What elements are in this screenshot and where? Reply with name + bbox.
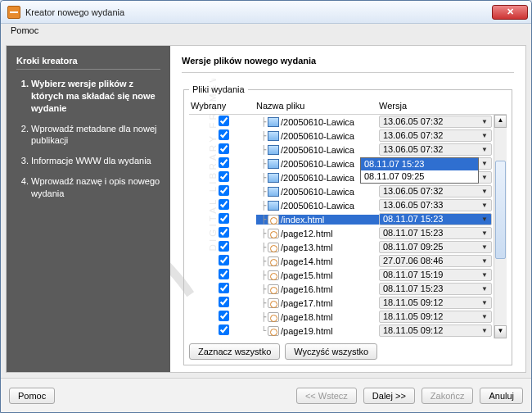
- sidebar-heading: Kroki kreatora: [16, 56, 160, 66]
- table-row[interactable]: ├/index.html08.11.07 15:23▼: [189, 212, 494, 226]
- image-file-icon: [268, 145, 279, 155]
- table-row[interactable]: ├/20050610-Lawica13.06.05 07:33▼: [189, 198, 494, 212]
- tree-line-icon: ├: [256, 187, 266, 196]
- table-row[interactable]: ├/20050610-Lawica13.06.05 07:32▼: [189, 129, 494, 143]
- version-value: 08.11.07 15:19: [383, 270, 443, 280]
- image-file-icon: [268, 159, 279, 169]
- html-file-icon: [268, 256, 279, 266]
- page-heading: Wersje plików nowego wydania: [182, 56, 514, 66]
- version-dropdown-menu[interactable]: 08.11.07 15:2308.11.07 09:25: [360, 157, 479, 184]
- table-row[interactable]: ├/page17.html18.11.05 09:12▼: [189, 296, 494, 310]
- file-name: /20050610-Lawica: [281, 159, 354, 169]
- image-file-icon: [268, 173, 279, 183]
- row-checkbox[interactable]: [219, 227, 229, 238]
- row-checkbox[interactable]: [219, 255, 229, 266]
- version-dropdown[interactable]: 18.11.05 09:12▼: [379, 297, 492, 309]
- row-checkbox[interactable]: [219, 199, 229, 210]
- row-checkbox[interactable]: [219, 269, 229, 279]
- row-checkbox[interactable]: [219, 171, 229, 182]
- row-checkbox[interactable]: [219, 185, 229, 196]
- cancel-button[interactable]: Anuluj: [480, 388, 523, 404]
- row-checkbox[interactable]: [219, 213, 229, 224]
- version-value: 13.06.05 07:32: [383, 144, 443, 155]
- html-file-icon: [268, 326, 279, 336]
- row-checkbox[interactable]: [219, 297, 229, 307]
- file-name: /page19.html: [281, 326, 333, 336]
- tree-line-icon: ├: [256, 270, 266, 279]
- file-name: /20050610-Lawica: [281, 201, 354, 211]
- table-row[interactable]: └/page19.html18.11.05 09:12▼: [189, 324, 494, 338]
- chevron-down-icon: ▼: [481, 270, 488, 280]
- row-checkbox[interactable]: [219, 241, 229, 252]
- clear-all-button[interactable]: Wyczyść wszystko: [285, 343, 377, 360]
- scroll-down-button[interactable]: ▼: [494, 325, 507, 338]
- scroll-thumb[interactable]: [495, 161, 506, 259]
- row-checkbox[interactable]: [219, 129, 229, 140]
- steps-list: Wybierz wersje plików z których ma skład…: [16, 78, 160, 200]
- row-checkbox[interactable]: [219, 283, 229, 293]
- version-dropdown[interactable]: 18.11.05 09:12▼: [379, 324, 492, 337]
- version-dropdown[interactable]: 18.11.05 09:12▼: [379, 311, 492, 323]
- version-dropdown[interactable]: 08.11.07 15:23▼: [379, 283, 492, 295]
- image-file-icon: [268, 131, 279, 141]
- version-dropdown[interactable]: 08.11.07 15:19▼: [379, 269, 492, 281]
- version-dropdown[interactable]: 08.11.07 15:23▼: [379, 213, 492, 225]
- tree-line-icon: ├: [256, 201, 266, 210]
- version-dropdown[interactable]: 13.06.05 07:32▼: [379, 129, 492, 142]
- version-dropdown[interactable]: 13.06.05 07:32▼: [379, 143, 492, 156]
- vertical-scrollbar[interactable]: ▲ ▼: [494, 115, 507, 338]
- dropdown-option[interactable]: 08.11.07 15:23: [361, 158, 478, 170]
- table-row[interactable]: ├/page18.html18.11.05 09:12▼: [189, 310, 494, 324]
- row-checkbox[interactable]: [219, 157, 229, 168]
- table-row[interactable]: ├/page16.html08.11.07 15:23▼: [189, 282, 494, 296]
- html-file-icon: [268, 298, 279, 308]
- scroll-up-button[interactable]: ▲: [494, 115, 507, 128]
- version-dropdown[interactable]: 13.06.05 07:32▼: [379, 185, 492, 197]
- tree-line-icon: ├: [256, 173, 266, 182]
- file-rows: ├/20050610-Lawica13.06.05 07:32▼ ├/20050…: [189, 115, 494, 338]
- steps-sidebar: Kroki kreatora Wybierz wersje plików z k…: [7, 46, 170, 372]
- finish-button[interactable]: Zakończ: [422, 388, 474, 404]
- image-file-icon: [268, 201, 279, 211]
- table-row[interactable]: ├/page14.html27.07.06 08:46▼: [189, 254, 494, 268]
- row-checkbox[interactable]: [219, 324, 229, 335]
- version-dropdown[interactable]: 08.11.07 15:23▼: [379, 227, 492, 239]
- row-checkbox[interactable]: [219, 143, 229, 154]
- col-selected[interactable]: Wybrany: [191, 101, 256, 111]
- step-item: Informacje WWW dla wydania: [31, 155, 160, 167]
- chevron-down-icon: ▼: [481, 172, 488, 183]
- titlebar: Kreator nowego wydania ✕: [1, 1, 531, 24]
- menu-help[interactable]: Pomoc: [6, 24, 43, 37]
- col-version[interactable]: Wersja: [379, 101, 505, 111]
- version-dropdown[interactable]: 13.06.05 07:32▼: [379, 116, 492, 128]
- table-row[interactable]: ├/20050610-Lawica13.06.05 07:32▼: [189, 184, 494, 198]
- html-file-icon: [268, 243, 279, 252]
- table-row[interactable]: ├/page13.html08.11.07 09:25▼: [189, 240, 494, 254]
- close-button[interactable]: ✕: [492, 5, 528, 20]
- col-filename[interactable]: Nazwa pliku: [256, 101, 379, 111]
- html-file-icon: [268, 270, 279, 280]
- main-panel: Wersje plików nowego wydania Pliki wydan…: [170, 46, 525, 372]
- version-dropdown[interactable]: 08.11.07 09:25▼: [379, 241, 492, 253]
- table-row[interactable]: ├/page12.html08.11.07 15:23▼: [189, 226, 494, 240]
- table-row[interactable]: ├/20050610-Lawica13.06.05 07:32▼: [189, 143, 494, 157]
- tree-line-icon: ├: [256, 243, 266, 252]
- row-checkbox[interactable]: [219, 116, 229, 126]
- table-row[interactable]: ├/20050610-Lawica13.06.05 07:32▼: [189, 115, 494, 129]
- dropdown-option[interactable]: 08.11.07 09:25: [361, 170, 478, 183]
- chevron-down-icon: ▼: [481, 200, 488, 211]
- help-button[interactable]: Pomoc: [9, 388, 55, 404]
- next-button[interactable]: Dalej >>: [363, 388, 415, 404]
- version-dropdown[interactable]: 27.07.06 08:46▼: [379, 255, 492, 267]
- version-dropdown[interactable]: 13.06.05 07:33▼: [379, 199, 492, 211]
- tree-line-icon: ├: [256, 159, 266, 168]
- row-checkbox[interactable]: [219, 311, 229, 321]
- table-row[interactable]: ├/page15.html08.11.07 15:19▼: [189, 268, 494, 282]
- file-name: /index.html: [281, 215, 324, 225]
- back-button[interactable]: << Wstecz: [296, 388, 357, 404]
- tree-line-icon: └: [256, 326, 266, 335]
- version-value: 13.06.05 07:32: [383, 116, 443, 127]
- scroll-track[interactable]: [494, 128, 507, 325]
- select-all-button[interactable]: Zaznacz wszystko: [189, 343, 280, 360]
- chevron-down-icon: ▼: [481, 158, 488, 169]
